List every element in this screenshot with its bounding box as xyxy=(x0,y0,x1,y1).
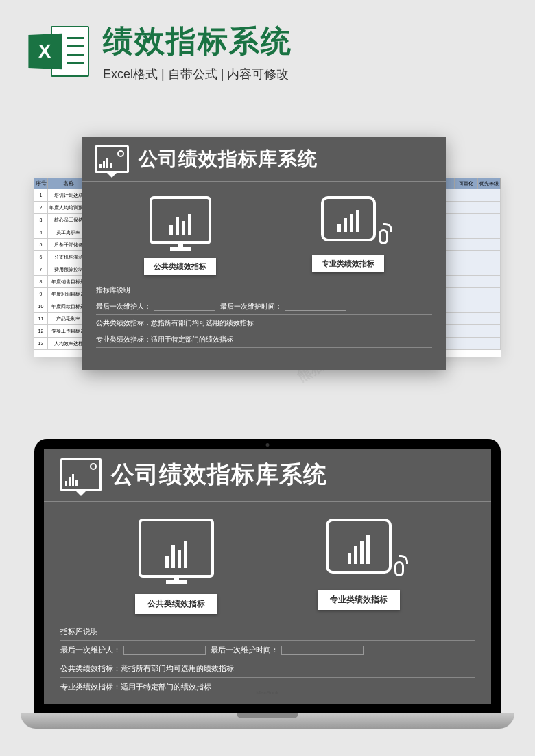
public-indicator-button[interactable]: 公共类绩效指标 xyxy=(144,258,216,275)
panel-title: 公司绩效指标库系统 xyxy=(111,459,327,491)
panel-title: 公司绩效指标库系统 xyxy=(139,146,318,172)
professional-indicator-button[interactable]: 专业类绩效指标 xyxy=(312,255,384,272)
maintain-time-input[interactable] xyxy=(285,303,346,311)
info-title: 指标库说明 xyxy=(96,282,432,298)
maintainer-input[interactable] xyxy=(154,303,215,311)
laptop-base xyxy=(21,713,514,729)
tablet-chart-icon xyxy=(326,519,392,574)
dashboard-panel-small: 公司绩效指标库系统 公共类绩效指标 专业类绩效指标 指标库说明 最后一次维护人： xyxy=(82,137,446,370)
dashboard-panel-large: 公司绩效指标库系统 公共类绩效指标 专业类绩效指标 xyxy=(44,449,491,704)
monitor-chart-icon xyxy=(150,196,211,244)
info-line-public: 公共类绩效指标：意指所有部门均可选用的绩效指标 xyxy=(60,659,475,678)
info-maintainer-row: 最后一次维护人： 最后一次维护时间： xyxy=(60,641,475,659)
professional-indicator-button[interactable]: 专业类绩效指标 xyxy=(318,590,400,610)
info-title: 指标库说明 xyxy=(60,622,475,641)
laptop-mockup: 公司绩效指标库系统 公共类绩效指标 专业类绩效指标 xyxy=(34,439,501,741)
maintain-time-input[interactable] xyxy=(281,646,364,655)
info-maintainer-row: 最后一次维护人： 最后一次维护时间： xyxy=(96,298,432,315)
label-maintainer: 最后一次维护人： xyxy=(60,646,121,654)
template-preview-top: 序号 名称 1培训计划达成2年度人均培训预算率3核心员工保持4员工离职率5后备干… xyxy=(34,137,501,384)
col-header-r2: 可量化 xyxy=(455,178,477,189)
excel-x-letter: X xyxy=(28,34,62,69)
col-header-seq: 序号 xyxy=(34,178,48,189)
sub-title: Excel格式 | 自带公式 | 内容可修改 xyxy=(103,66,508,82)
excel-logo-icon: X xyxy=(27,21,89,82)
dashboard-icon xyxy=(95,145,129,173)
col-header-r3: 优先等级 xyxy=(478,178,501,189)
label-maintain-time: 最后一次维护时间： xyxy=(211,646,278,654)
label-maintainer: 最后一次维护人： xyxy=(96,303,151,310)
page-header: X 绩效指标系统 Excel格式 | 自带公式 | 内容可修改 xyxy=(0,21,535,82)
maintainer-input[interactable] xyxy=(123,646,206,655)
main-title: 绩效指标系统 xyxy=(103,21,508,62)
public-indicator-button[interactable]: 公共类绩效指标 xyxy=(135,594,217,614)
info-line-professional: 专业类绩效指标：适用于特定部门的绩效指标 xyxy=(96,331,432,348)
mouse-icon xyxy=(394,561,404,576)
macbook-label: MacBook xyxy=(256,689,278,696)
monitor-chart-icon xyxy=(139,519,214,578)
label-maintain-time: 最后一次维护时间： xyxy=(220,303,282,310)
mouse-icon xyxy=(379,229,388,244)
dashboard-icon xyxy=(60,458,102,491)
info-line-public: 公共类绩效指标：意指所有部门均可选用的绩效指标 xyxy=(96,315,432,331)
tablet-chart-icon xyxy=(321,196,376,241)
